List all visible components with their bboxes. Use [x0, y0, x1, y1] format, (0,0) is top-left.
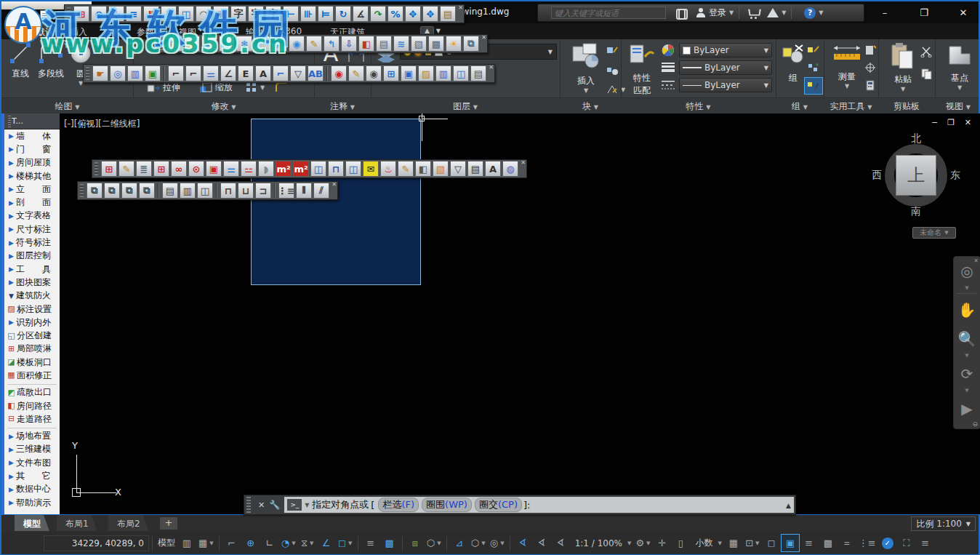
axis-circ-icon[interactable]: ∞ — [171, 161, 187, 177]
clipboard-icon[interactable]: ▤ — [440, 6, 456, 22]
lineweight-list-icon[interactable] — [660, 61, 676, 74]
text-icon[interactable]: 字 — [248, 6, 264, 22]
toolbar-close-icon[interactable]: ✕ — [458, 5, 463, 11]
osnap-icon[interactable]: ◻▼ — [336, 534, 355, 552]
units-ruler-icon[interactable]: ▯ — [671, 534, 690, 552]
dist2-icon[interactable]: ⊔ — [238, 183, 254, 199]
compass-north[interactable]: 北 — [911, 132, 921, 145]
menu-icon[interactable]: ≡ — [916, 534, 935, 552]
fillet-button[interactable] — [275, 81, 288, 93]
linetype-list-icon[interactable] — [660, 79, 676, 92]
column-icon[interactable]: ▣ — [213, 6, 229, 22]
align2-icon[interactable]: ⧉ — [104, 183, 120, 199]
envelope-icon[interactable]: ✉ — [363, 161, 379, 177]
align-c-icon[interactable]: ◫ — [197, 183, 213, 199]
brush2-icon[interactable]: ✎ — [398, 161, 414, 177]
dyn-input-icon[interactable]: ⌐ — [222, 534, 241, 552]
pen-icon[interactable]: ✎ — [306, 36, 322, 52]
panel-label-1[interactable]: 绘图 ▼ — [1, 100, 133, 113]
sidebar-item[interactable]: ▶场地布置 — [4, 430, 60, 443]
ab-icon[interactable]: AB — [308, 65, 324, 81]
command-grip[interactable] — [246, 497, 251, 513]
sidebar-item[interactable]: ⊞局部喷淋 — [4, 343, 60, 356]
walk-icon[interactable]: ≋ — [393, 36, 409, 52]
sidebar-item[interactable]: ⊟走道路径 — [4, 412, 60, 426]
sidebar-item[interactable]: ▶剖 面 — [4, 196, 60, 209]
panel-label-6[interactable]: 特性 ▼ — [621, 100, 776, 113]
box-icon[interactable]: ▩ — [428, 36, 444, 52]
layout-tab-3[interactable]: 布局2 — [108, 515, 149, 531]
bulb1-icon[interactable]: ● — [184, 36, 200, 52]
draw-axis-icon[interactable]: ⊞ — [101, 161, 117, 177]
list-icon[interactable]: ⋮≡ — [278, 183, 294, 199]
listopt-icon[interactable]: ⋮≡ — [856, 534, 878, 552]
sidebar-item[interactable]: ▶工 具 — [4, 263, 60, 276]
sidebar-item[interactable]: ▶楼梯其他 — [4, 169, 60, 183]
view-cube[interactable]: 上 北 南 西 东 — [876, 135, 956, 215]
book-icon[interactable]: ◧ — [415, 161, 431, 177]
otrack-icon[interactable]: ∠ — [317, 534, 336, 552]
bulb2-icon[interactable]: ● — [201, 36, 217, 52]
grid-snap-icon[interactable]: ▥ — [177, 534, 196, 552]
dist1-icon[interactable]: ⊓ — [220, 183, 236, 199]
panel-label-5[interactable]: 块 ▼ — [560, 100, 621, 113]
redo-icon[interactable]: ↷ — [370, 6, 386, 22]
door2-icon[interactable]: ⊓ — [328, 161, 344, 177]
table-icon[interactable]: ▤ — [467, 161, 483, 177]
sidebar-item[interactable]: ▶尺寸标注 — [4, 223, 60, 236]
a-arrow-icon[interactable]: A — [255, 65, 271, 81]
x1-icon[interactable]: ▥ — [435, 65, 451, 81]
command-input[interactable]: >_ ▼ 指定对角点或 [ 栏选(F) 圈围(WP) 圈交(CP) ]: ▲ — [284, 497, 794, 513]
text-list-icon[interactable]: 字 — [265, 6, 281, 22]
arc-icon[interactable]: ◠ — [196, 6, 212, 22]
wall2-icon[interactable]: ⚌ — [223, 161, 239, 177]
sidebar-item[interactable]: ▶墙 体 — [4, 129, 60, 143]
cols-icon[interactable]: ⫴ — [296, 183, 312, 199]
align-r-icon[interactable]: ▥ — [180, 183, 196, 199]
sidebar-header[interactable]: T... — [4, 113, 60, 129]
block-attr-icon[interactable]: ▼ — [606, 84, 625, 95]
user-icon[interactable] — [696, 8, 705, 17]
iso-icon[interactable]: ▧ — [411, 36, 427, 52]
navbar-close-icon[interactable]: ✕ — [973, 257, 979, 264]
anno-scale-icon[interactable]: ᗏ — [551, 534, 570, 552]
layer-stack-icon[interactable]: ≣ — [136, 161, 152, 177]
axis-label-icon[interactable]: ⊹ — [108, 6, 124, 22]
rotate-icon[interactable]: ↻ — [335, 6, 351, 22]
door-icon[interactable]: ◫ — [178, 6, 194, 22]
axis-dim-icon[interactable]: ⊙ — [91, 6, 107, 22]
isolate-icon[interactable]: ◻ — [762, 534, 781, 552]
ribbon-tab-3[interactable]: 注释 — [97, 23, 126, 39]
sidebar-item[interactable]: ▶文字表格 — [4, 209, 60, 223]
sun2-icon[interactable]: ☀ — [446, 36, 462, 52]
sidebar-item[interactable]: ▼建筑防火 — [4, 290, 60, 303]
selcycle-icon[interactable]: ⧈ — [406, 534, 425, 552]
lines1-icon[interactable]: ≡ — [800, 534, 819, 552]
dim-v-icon[interactable]: ⊪ — [300, 6, 316, 22]
lock2-icon[interactable]: ◉ — [289, 36, 305, 52]
linetype-select[interactable]: ByLayer▼ — [679, 78, 772, 92]
toolbar-close-icon[interactable]: ✕ — [481, 35, 486, 41]
freeze1-icon[interactable]: ❄ — [219, 36, 235, 52]
level2-icon[interactable]: ▽ — [450, 161, 466, 177]
red-grid-icon[interactable]: ⊞ — [153, 161, 169, 177]
lock1-icon[interactable]: ◉ — [271, 36, 287, 52]
sidebar-item[interactable]: ▶符号标注 — [4, 236, 60, 249]
zoom-icon[interactable]: 🔍 — [954, 324, 980, 354]
a360-icon[interactable] — [767, 8, 779, 17]
calc-icon[interactable]: ▦ — [724, 534, 743, 552]
ducs-icon[interactable]: ⊿ — [450, 534, 469, 552]
dist3-icon[interactable]: ⊐ — [255, 183, 271, 199]
m2-grid-icon[interactable]: m² — [293, 161, 309, 177]
wheel-dropdown-icon[interactable]: ▼ — [954, 286, 980, 292]
green-box-icon[interactable]: ▣ — [145, 65, 161, 81]
osnap3d-icon[interactable]: ⬡▼ — [425, 534, 443, 552]
search-icon[interactable] — [676, 9, 688, 17]
anno-auto-icon[interactable]: ᗏ — [532, 534, 551, 552]
slash-icon[interactable]: ⫽ — [313, 183, 329, 199]
sidebar-item[interactable]: ▶图块图案 — [4, 276, 60, 289]
help-dropdown-icon[interactable]: ▼ — [819, 9, 823, 16]
panel-label-9[interactable]: 剪贴板 — [878, 100, 935, 113]
hatch-icon[interactable]: ▩ — [819, 534, 838, 552]
transparency-icon[interactable]: ▩ — [380, 534, 399, 552]
